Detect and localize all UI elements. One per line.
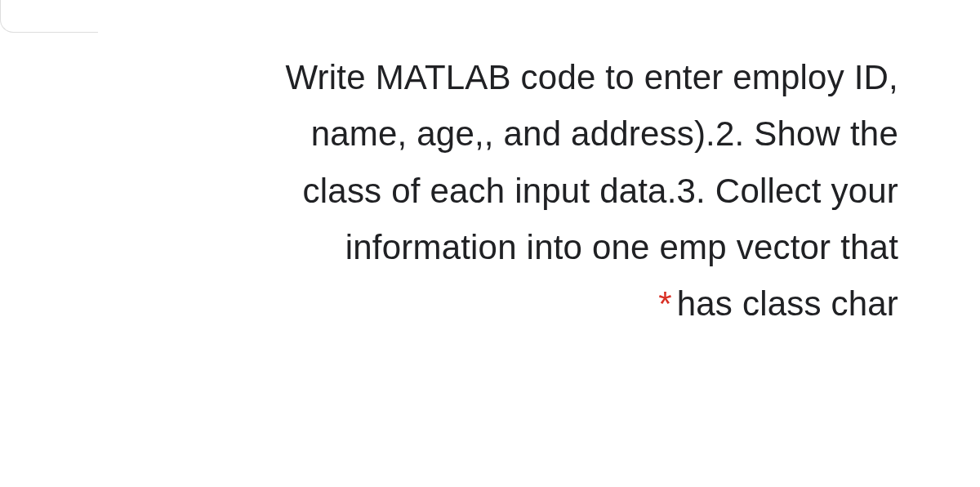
question-line-2: name, age,, and address).2. Show the — [311, 114, 898, 153]
question-line-5: has class char — [677, 284, 898, 323]
question-line-4: information into one emp vector that — [345, 228, 898, 266]
required-asterisk: * — [658, 284, 672, 323]
card-border-curve — [0, 0, 98, 33]
question-prompt: Write MATLAB code to enter employ ID, na… — [286, 49, 898, 332]
question-line-3: class of each input data.3. Collect your — [303, 172, 898, 210]
question-line-1: Write MATLAB code to enter employ ID, — [286, 58, 898, 96]
